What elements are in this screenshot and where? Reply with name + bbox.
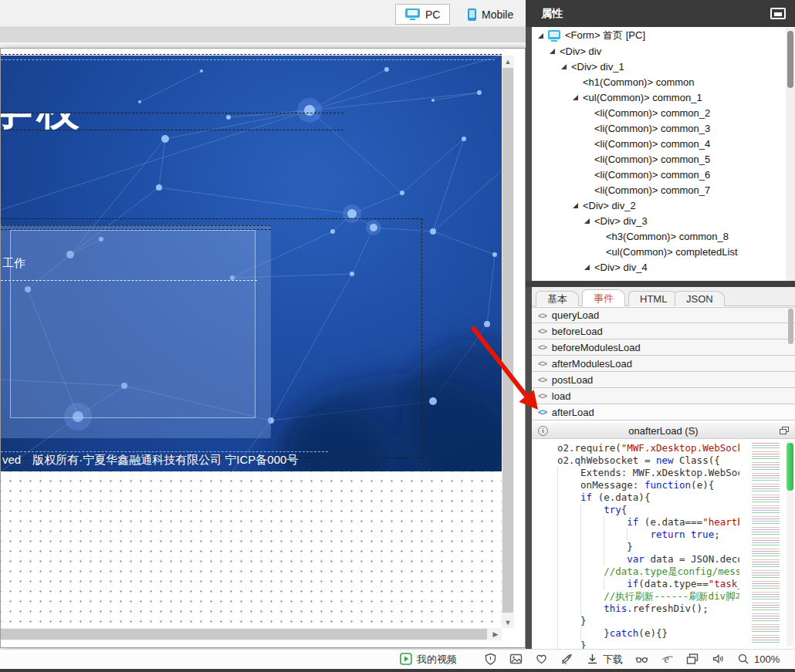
svg-text:e: e [665,653,669,665]
statusbar-play-我的视频-button[interactable]: 我的视频 [400,653,457,667]
tree-expander-icon[interactable] [584,265,590,270]
scroll-down-icon[interactable]: ▼ [502,616,514,628]
tree-item[interactable]: <Div> div_2 [532,198,786,213]
info-icon[interactable]: i [538,426,548,436]
event-item-label: afterLoad [552,407,594,418]
mobile-toggle-button[interactable]: Mobile [458,4,523,25]
statusbar-speaker-button[interactable] [712,653,725,666]
tree-expander-icon[interactable] [561,64,567,69]
pc-toggle-button[interactable]: PC [395,4,450,25]
tree-item[interactable]: <Div> div_4 [532,259,786,275]
tree-expander-icon[interactable] [550,49,555,54]
maximize-restore-icon[interactable] [780,427,789,435]
statusbar-download-下载-button[interactable]: 下载 [586,653,623,667]
event-item-label: postLoad [552,374,594,386]
event-item-postLoad[interactable]: <>postLoad [532,372,795,388]
tree-item[interactable]: <h1(Common)> common [532,74,786,89]
event-item-queryLoad[interactable]: <>queryLoad [532,307,795,323]
tree-item-label: <li(Common)> common_2 [594,107,710,119]
tree-item[interactable]: <h3(Common)> common_8 [532,228,786,244]
event-list-scroll-thumb[interactable] [788,309,793,344]
event-item-label: load [552,390,571,402]
scroll-right-icon[interactable]: ▶ [489,628,502,640]
event-list: <>queryLoad<>beforeLoad<>beforeModulesLo… [532,307,795,421]
tab-HTML[interactable]: HTML [628,291,678,306]
statusbar-label: 下载 [603,653,623,667]
panel-inner-box[interactable] [10,230,255,418]
code-line: if (e.data==="heartb [557,516,739,528]
rocket-icon [560,653,573,666]
code-scroll-thumb[interactable] [787,443,793,491]
statusbar-glasses-button[interactable] [635,653,648,666]
tree-expander-icon[interactable] [573,95,578,100]
tree-item-label: <ul(Common)> completedList [606,246,738,258]
statusbar-shield-button[interactable] [484,653,497,666]
tree-item[interactable]: <Div> div_3 [532,213,786,228]
statusbar-ie-button[interactable]: e [661,653,674,666]
code-brackets-icon: <> [538,311,546,320]
tree-expander-icon[interactable] [573,203,578,208]
tree-item[interactable]: <li(Common)> common_4 [532,136,786,151]
code-brackets-icon: <> [538,326,546,336]
tree-item[interactable]: <li(Common)> common_5 [532,151,786,167]
panel-heading-label[interactable]: 工作 [2,256,25,271]
tab-JSON[interactable]: JSON [675,291,725,306]
code-lines[interactable]: o2.require("MWF.xDesktop.WebSocket",o2.q… [557,442,739,649]
tree-item-label: <ul(Common)> common_1 [583,92,702,103]
form-selection-outline [1,59,495,60]
play-icon [400,653,413,666]
tab-事件[interactable]: 事件 [582,289,625,306]
tree-item[interactable]: <li(Common)> common_3 [532,120,786,136]
tree-item-label: <h1(Common)> common [583,76,695,88]
statusbar-rocket-button[interactable] [560,653,573,666]
copyright-text: ved 版权所有·宁夏华鑫融通科技有限公司 宁ICP备000号 [2,453,298,468]
tree-item[interactable]: <Form> 首页 [PC] [532,28,786,43]
status-bar: 我的视频下载e100% [0,649,795,669]
tree-item-label: <li(Common)> common_5 [594,154,710,165]
tree-item[interactable]: <Div> div_1 [532,59,786,74]
event-item-beforeLoad[interactable]: <>beforeLoad [532,323,795,339]
statusbar-tiles-button[interactable] [686,653,699,666]
tree-item[interactable]: <li(Common)> common_2 [532,105,786,120]
code-editor[interactable]: o2.require("MWF.xDesktop.WebSocket",o2.q… [532,439,795,649]
vertical-scroll-thumb[interactable] [502,68,513,613]
tree-item-label: <Div> div_4 [594,262,648,273]
tree-item-label: <li(Common)> common_7 [594,184,710,196]
tree-expander-icon[interactable] [584,218,590,224]
hero-title-clipped[interactable]: 学校 [1,113,248,130]
preview-vertical-scrollbar[interactable]: ▲ ▼ [502,56,514,628]
tree-item[interactable]: <li(Common)> common_7 [532,182,786,198]
event-item-label: queryLoad [552,309,599,321]
element-tree: <Form> 首页 [PC]<Div> div<Div> div_1<h1(Co… [532,28,786,281]
tree-scroll-thumb[interactable] [787,31,793,88]
tree-item[interactable]: <Div> div [532,43,786,59]
event-item-beforeModulesLoad[interactable]: <>beforeModulesLoad [532,339,795,356]
code-line: onMessage: function(e){ [557,479,739,491]
tree-item[interactable]: <li(Common)> common_6 [532,167,786,182]
designer-grid-canvas[interactable] [1,471,502,628]
event-item-afterLoad[interactable]: <>afterLoad [532,404,795,420]
tree-scrollbar[interactable] [786,28,795,281]
shield-icon [484,653,497,666]
glasses-icon [635,653,648,666]
code-minimap[interactable] [739,441,780,643]
tree-item[interactable]: <ul(Common)> common_1 [532,89,786,105]
event-item-load[interactable]: <>load [532,388,795,404]
code-line: //执行刷新------刷新div脚本 [557,590,739,603]
heart-icon [535,653,548,666]
code-scrollbar[interactable] [787,441,793,647]
tree-item[interactable]: <ul(Common)> completedList [532,244,786,259]
tab-基本[interactable]: 基本 [536,291,579,306]
screen-icon[interactable] [770,8,786,19]
horizontal-scroll-thumb[interactable] [1,629,487,640]
form-canvas[interactable]: 学校 工作 ved 版权所有·宁夏华鑫融通科技有限公司 宁ICP备000号 [1,56,502,471]
event-item-afterModulesLoad[interactable]: <>afterModulesLoad [532,356,795,372]
tree-expander-icon[interactable] [538,33,543,39]
statusbar-magnifier-100%-button[interactable]: 100% [737,653,780,666]
title-outline-bottom [1,130,343,130]
scroll-up-icon[interactable]: ▲ [502,56,514,67]
statusbar-heart-button[interactable] [535,653,548,666]
preview-horizontal-scrollbar[interactable]: ▶ [1,628,502,640]
panel-divider[interactable] [526,27,532,649]
statusbar-picture-button[interactable] [509,653,523,666]
